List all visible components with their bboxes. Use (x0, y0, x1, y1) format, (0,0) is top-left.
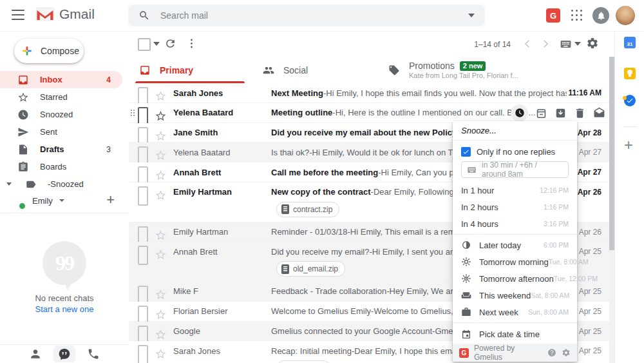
online-status-dot (18, 202, 26, 210)
email-row[interactable]: Yelena BaatardMeeting outline - Hi, Here… (129, 103, 609, 123)
select-all-checkbox[interactable] (138, 38, 151, 51)
gmelius-extension-icon[interactable]: G (546, 8, 560, 23)
attachment-chip[interactable]: old_email.zip (276, 261, 345, 277)
tasks-icon[interactable] (624, 95, 636, 106)
scrollbar-thumb[interactable] (609, 57, 614, 250)
email-checkbox[interactable] (138, 246, 148, 265)
right-addons-panel: 31 + (614, 31, 644, 363)
snooze-option-in-4-hours[interactable]: In 4 hours3:16 PM (453, 215, 577, 232)
snooze-option-tomorrow-afternoon[interactable]: Tomorrow afternoonTue, 12:00 PM (453, 270, 577, 287)
email-subject: Reminder - 01/03/18 (271, 227, 348, 237)
input-tools-keyboard-icon[interactable] (560, 38, 572, 50)
sidebar-item-label: Starred (40, 92, 122, 102)
archive-icon[interactable] (554, 107, 567, 119)
list-scrollbar[interactable] (609, 57, 614, 363)
email-row[interactable]: Sarah JonesNext Meeting - Hi Emily, I ho… (129, 83, 609, 103)
account-avatar[interactable] (616, 6, 635, 25)
snooze-option-next-week[interactable]: Next weekSun, 8:00 AM (453, 304, 577, 320)
tab-primary[interactable]: Primary (129, 57, 251, 83)
compose-button[interactable]: Compose (14, 39, 84, 63)
app-name: Gmail (59, 6, 95, 22)
search-options-caret-icon[interactable] (468, 14, 475, 17)
search-icon[interactable] (138, 10, 150, 21)
hamburger-menu-icon[interactable] (12, 10, 24, 21)
people-icon (263, 64, 274, 76)
star-icon[interactable] (155, 186, 167, 205)
refresh-icon[interactable] (164, 37, 176, 50)
calendar-icon[interactable]: 31 (624, 37, 636, 48)
newer-page-chevron-icon[interactable] (522, 38, 533, 50)
email-subject: Did you receive my email? (271, 247, 369, 257)
get-addons-plus-icon[interactable]: + (624, 137, 633, 153)
snooze-option-tomorrow-morning[interactable]: Tomorrow morningTue, 8:00 AM (453, 253, 577, 270)
divider (0, 213, 129, 213)
attachment-chip[interactable] (276, 360, 331, 363)
help-icon[interactable] (547, 348, 556, 357)
sidebar-item-snoozed[interactable]: -Snoozed (0, 175, 122, 188)
notifications-bell-icon[interactable] (592, 7, 609, 24)
hangouts-tab-icon[interactable] (53, 346, 75, 362)
primary-inbox-icon (139, 64, 151, 76)
sidebar-item-sent[interactable]: Sent (0, 123, 122, 141)
boards-icon (17, 161, 29, 173)
keep-icon[interactable] (624, 68, 636, 79)
snooze-settings-gear-icon[interactable] (562, 348, 571, 357)
sidebar-item-inbox[interactable]: Inbox4 (0, 71, 122, 88)
option-time: Tue, 8:00 AM (549, 258, 589, 266)
star-icon[interactable] (155, 344, 167, 363)
only-if-no-reply-checkbox[interactable] (461, 147, 471, 157)
sidebar-item-drafts[interactable]: Drafts3 (0, 141, 122, 158)
snooze-option-this-weekend[interactable]: This weekendSat, 8:00 AM (453, 287, 577, 304)
tab-promotions[interactable]: Promotions 2 new Kate from Long Tail Pro… (377, 57, 538, 83)
snooze-custom-input[interactable]: in 30 min / +6h / around 8am (461, 161, 569, 178)
search-input[interactable]: Search mail (160, 10, 458, 21)
email-checkbox[interactable] (138, 345, 148, 363)
drag-handle (129, 341, 137, 360)
option-time: Sat, 8:00 AM (531, 291, 569, 299)
option-label: Later today (479, 240, 544, 250)
drag-handle (129, 242, 137, 261)
keyboard-icon (467, 165, 477, 175)
topbar: Gmail Search mail G (0, 0, 644, 32)
sidebar-item-snoozed[interactable]: Snoozed (0, 106, 122, 123)
more-options-icon[interactable] (185, 37, 198, 50)
option-label: In 1 hour (461, 186, 540, 195)
contacts-person-icon[interactable] (29, 348, 42, 360)
add-chat-button[interactable]: + (106, 191, 115, 208)
profile-caret-icon[interactable] (59, 199, 64, 202)
snooze-option-later-today[interactable]: Later today6:00 PM (453, 237, 577, 253)
profile-row[interactable]: Emily + (0, 188, 129, 213)
snooze-option-in-1-hour[interactable]: In 1 hour12:16 PM (453, 182, 577, 199)
tab-social[interactable]: Social (251, 57, 377, 83)
open-envelope-icon[interactable] (593, 107, 605, 119)
attachment-row (276, 360, 331, 363)
drag-handle[interactable] (129, 103, 137, 123)
start-chat-link[interactable]: Start a new one (0, 304, 129, 314)
send-icon (17, 126, 29, 138)
snooze-option-in-2-hours[interactable]: In 2 hours1:16 PM (453, 199, 577, 215)
older-page-chevron-icon[interactable] (540, 38, 551, 50)
input-tools-caret-icon[interactable] (574, 42, 581, 46)
select-caret-icon[interactable] (153, 42, 160, 46)
phone-call-icon[interactable] (87, 348, 100, 360)
moon-icon (461, 240, 471, 250)
email-subject: Gmelius connected to your Google Account (271, 326, 432, 336)
sidebar-item-starred[interactable]: Starred (0, 88, 122, 106)
google-apps-grid-icon[interactable] (571, 10, 583, 21)
trash-icon[interactable] (574, 107, 586, 119)
snooze-icon[interactable] (511, 104, 528, 122)
sidebar-item-label: Inbox (40, 75, 95, 84)
attachment-chip[interactable]: contract.zip (276, 202, 339, 217)
clock-icon (17, 109, 29, 121)
gmelius-logo-icon: G (459, 348, 469, 358)
board-icon[interactable] (535, 107, 547, 119)
star-icon[interactable] (155, 245, 167, 264)
profile-name: Emily (32, 196, 53, 206)
settings-gear-icon[interactable] (586, 37, 599, 50)
sidebar-item-boards[interactable]: Boards (0, 158, 122, 175)
search-bar[interactable]: Search mail (128, 5, 485, 26)
email-subject: Welcome to Gmelius Emily (271, 306, 371, 316)
email-checkbox[interactable] (138, 186, 148, 206)
chevron-down-icon[interactable] (6, 182, 12, 186)
pick-date-time-option[interactable]: Pick date & time (453, 325, 577, 344)
